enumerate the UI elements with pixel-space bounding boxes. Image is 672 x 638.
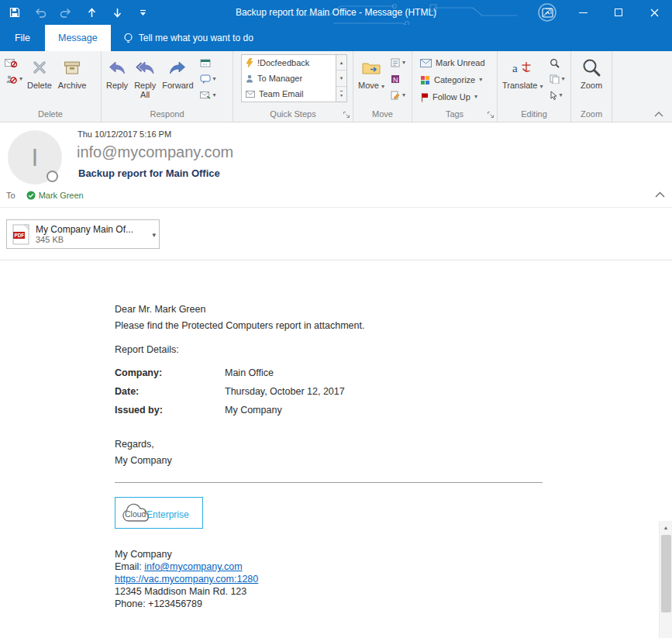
- im-button[interactable]: ▾: [200, 73, 216, 85]
- scrollbar-up-button[interactable]: ▲: [660, 521, 672, 534]
- ribbon-group-editing: a Translate ▾ ▾ ▾ Edi: [498, 51, 571, 122]
- previous-item-button[interactable]: [84, 5, 98, 19]
- onenote-button[interactable]: N: [391, 73, 405, 85]
- gallery-scroll-up-button[interactable]: ▲: [336, 55, 346, 70]
- ignore-icon: [5, 58, 17, 67]
- tell-me-box[interactable]: Tell me what you want to do: [123, 25, 253, 51]
- collapse-header-button[interactable]: [655, 187, 665, 201]
- follow-up-flag-icon: [420, 92, 429, 102]
- find-button[interactable]: [550, 57, 565, 69]
- forward-label: Forward: [162, 81, 193, 90]
- table-row: Issued by: My Company: [115, 401, 580, 419]
- signature-address: 12345 Maddison Main Rd. 123: [115, 585, 580, 598]
- tab-message[interactable]: Message: [45, 25, 111, 51]
- dropdown-icon: ▾: [381, 83, 384, 90]
- recipient-chip[interactable]: Mark Green: [26, 191, 84, 200]
- close-button[interactable]: [636, 0, 672, 25]
- reply-button[interactable]: Reply: [103, 53, 131, 109]
- gallery-scroll-down-button[interactable]: ▼: [336, 70, 346, 85]
- sender-address[interactable]: info@mycompany.com: [77, 143, 233, 161]
- quick-step-team-email[interactable]: Team Email: [242, 86, 336, 102]
- message-body: Dear Mr. Mark Green Please find the Prot…: [0, 260, 672, 638]
- quick-step-docfeedback[interactable]: !Docfeedback: [242, 55, 336, 71]
- mark-unread-button[interactable]: Mark Unread: [420, 56, 485, 70]
- rules-button[interactable]: ▾: [391, 57, 405, 69]
- dropdown-icon: ▾: [479, 77, 482, 83]
- select-button[interactable]: ▾: [550, 89, 565, 102]
- ignore-button[interactable]: [5, 57, 22, 69]
- forward-button[interactable]: Forward: [159, 53, 196, 109]
- junk-button[interactable]: ▾: [5, 73, 22, 85]
- group-label-delete: Delete: [0, 109, 101, 122]
- ribbon-display-options-button[interactable]: [529, 0, 565, 25]
- dropdown-icon: ▾: [213, 76, 216, 82]
- ribbon-group-zoom: Zoom Zoom: [571, 51, 612, 122]
- translate-button[interactable]: a Translate ▾: [499, 53, 546, 109]
- related-button[interactable]: ▾: [550, 73, 565, 85]
- dropdown-icon: ▾: [540, 83, 543, 90]
- find-icon: [550, 58, 560, 68]
- minimize-button[interactable]: [565, 0, 601, 25]
- cloud-enterprise-logo: Cloud Enterprise: [118, 501, 200, 526]
- scrollbar-thumb[interactable]: [661, 535, 671, 612]
- regards-company-text: My Company: [115, 453, 580, 469]
- meeting-button[interactable]: [200, 57, 216, 69]
- collapse-ribbon-button[interactable]: [653, 110, 664, 118]
- forward-icon: [168, 60, 187, 75]
- report-details-table: Company: Main Office Date: Thursday, Oct…: [115, 364, 580, 419]
- delete-button[interactable]: Delete: [24, 53, 55, 109]
- maximize-button[interactable]: [601, 0, 636, 25]
- vertical-scrollbar[interactable]: ▲ ▼: [659, 521, 672, 638]
- site-link[interactable]: https://vac.mycompany.com:1280: [115, 574, 258, 585]
- delete-label: Delete: [27, 81, 52, 90]
- dropdown-icon: ▾: [402, 60, 405, 66]
- email-link[interactable]: info@mycompany.com: [144, 561, 242, 572]
- svg-text:a: a: [512, 62, 518, 74]
- message-subject: Backup report for Main Office: [78, 167, 220, 179]
- customize-qat-button[interactable]: [136, 5, 150, 19]
- save-button[interactable]: [8, 5, 22, 19]
- move-label: Move ▾: [358, 81, 384, 90]
- quick-step-label: Team Email: [259, 89, 303, 98]
- attachment-name: My Company Main Of...: [36, 224, 133, 235]
- presence-indicator: [47, 171, 58, 182]
- pdf-file-icon: PDF: [12, 224, 30, 245]
- customize-qat-icon: [140, 9, 146, 16]
- attachment-dropdown-icon[interactable]: ▾: [152, 231, 156, 239]
- archive-label: Archive: [58, 81, 87, 90]
- pdf-label: PDF: [14, 233, 24, 238]
- onenote-icon: N: [391, 74, 400, 84]
- tags-dialog-launcher[interactable]: [487, 111, 495, 119]
- archive-button[interactable]: Archive: [55, 53, 90, 109]
- logo-text-enterprise: Enterprise: [146, 509, 189, 519]
- next-item-button[interactable]: [110, 5, 124, 19]
- table-row: Date: Thursday, October 12, 2017: [115, 382, 580, 401]
- redo-button[interactable]: [59, 5, 73, 19]
- quick-steps-dialog-launcher[interactable]: [343, 111, 351, 119]
- gallery-more-button[interactable]: ▾: [336, 86, 346, 102]
- person-icon: [246, 74, 253, 83]
- avatar-letter: I: [32, 143, 39, 172]
- quick-step-to-manager[interactable]: To Manager: [242, 71, 336, 86]
- dropdown-icon: ▾: [560, 92, 563, 98]
- move-button[interactable]: Move ▾: [355, 53, 388, 109]
- actions-button[interactable]: ▾: [391, 89, 405, 102]
- im-icon: [200, 74, 211, 84]
- attachments-area: PDF My Company Main Of... 345 KB ▾: [0, 208, 672, 260]
- undo-button[interactable]: [33, 5, 47, 19]
- follow-up-button[interactable]: Follow Up ▾: [420, 90, 485, 104]
- group-label-quick-steps: Quick Steps: [233, 109, 353, 122]
- more-respond-button[interactable]: ▾: [200, 89, 216, 102]
- reply-all-button[interactable]: ReplyAll: [131, 53, 159, 109]
- reply-all-label-line1: Reply: [134, 81, 156, 90]
- svg-text:N: N: [393, 76, 398, 84]
- attachment-card[interactable]: PDF My Company Main Of... 345 KB ▾: [6, 219, 160, 249]
- window-controls: [529, 0, 672, 25]
- tab-file[interactable]: File: [0, 25, 45, 51]
- rules-icon: [391, 58, 400, 67]
- zoom-button[interactable]: Zoom: [577, 53, 605, 109]
- categorize-button[interactable]: Categorize ▾: [420, 73, 485, 87]
- meeting-icon: [200, 58, 211, 67]
- reply-all-icon: [135, 60, 155, 75]
- up-arrow-icon: [88, 8, 96, 18]
